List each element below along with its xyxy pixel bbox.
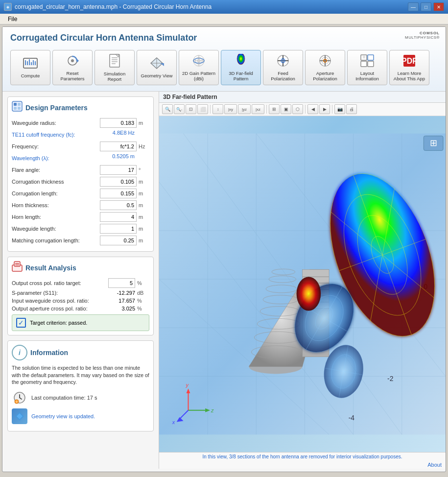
result-input-cross-pol[interactable]: [108, 278, 135, 288]
simulation-report-icon: [108, 53, 121, 70]
right-panel: 3D Far-field Pattern 🔍 🔍- ⊡ ⬜ ↕ |xy |yz …: [159, 92, 446, 469]
compute-icon: [23, 56, 38, 72]
2d-gain-pattern-button[interactable]: 2D Gain Pattern (dBi): [179, 50, 219, 85]
toolbar-separator-4: [332, 105, 332, 114]
svg-point-9: [71, 59, 74, 62]
xy-view-button[interactable]: |xy: [224, 104, 237, 114]
result-label-output-cross-pol: Output aperture cross pol. ratio:: [12, 306, 105, 311]
xz-view-button[interactable]: |xz: [252, 104, 264, 114]
param-input-frequency[interactable]: [100, 142, 137, 151]
result-label-s11: S-parameter (S11):: [12, 290, 105, 296]
main-window: Corrugated Circular Horn Antenna Simulat…: [2, 26, 446, 472]
file-menu[interactable]: File: [4, 15, 21, 24]
result-unit-output-cross-pol: %: [137, 306, 149, 311]
param-value-wavelength: 0.5205 m: [100, 153, 137, 163]
result-analysis-header: Result Analysis: [12, 261, 149, 274]
design-parameters-section: Design Parameters Waveguide radius: m TE…: [7, 96, 154, 252]
param-label-waveguide-length: Waveguide length:: [12, 226, 100, 232]
svg-text:x: x: [172, 419, 175, 425]
prev-frame-button[interactable]: ◀: [307, 104, 318, 114]
reset-icon: [65, 54, 80, 70]
simulation-report-button[interactable]: Simulation Report: [94, 50, 135, 85]
content-area: Design Parameters Waveguide radius: m TE…: [2, 92, 446, 469]
camera-button[interactable]: 📷: [334, 104, 345, 114]
mesh-button[interactable]: ⬡: [292, 104, 303, 114]
param-row-corrugation-length: Corrugation length: m: [12, 189, 149, 198]
param-label-frequency: Frequency:: [12, 143, 100, 149]
window-title: corrugated_circular_horn_antenna.mph - C…: [15, 3, 212, 10]
3d-farfield-icon: [234, 54, 248, 70]
svg-point-116: [297, 277, 321, 310]
svg-rect-41: [361, 61, 367, 67]
layout-information-button[interactable]: Layout Information: [347, 50, 387, 85]
svg-text:?: ?: [16, 401, 18, 404]
zoom-fit-button[interactable]: ⊡: [186, 104, 196, 114]
information-header: i Information: [12, 345, 149, 360]
param-input-waveguide-length[interactable]: [100, 224, 137, 234]
param-unit-corrugation-length: m: [139, 191, 149, 196]
learn-more-button[interactable]: PDF Learn More About This App: [389, 50, 429, 85]
param-label-wavelength[interactable]: Wavelength (λ):: [12, 155, 100, 161]
svg-rect-50: [14, 107, 17, 110]
svg-point-33: [283, 60, 284, 61]
svg-text:z: z: [211, 407, 214, 413]
param-input-horn-length[interactable]: [100, 212, 137, 222]
print-button[interactable]: 🖨: [346, 104, 357, 114]
param-input-corrugation-thickness[interactable]: [100, 177, 137, 187]
svg-marker-8: [77, 59, 79, 63]
next-frame-button[interactable]: ▶: [319, 104, 330, 114]
param-label-corrugation-length: Corrugation length:: [12, 191, 100, 196]
param-input-waveguide-radius[interactable]: [100, 118, 137, 128]
result-unit-s11: dB: [137, 290, 149, 296]
rotate-button[interactable]: ↕: [212, 104, 223, 114]
reset-parameters-button[interactable]: Reset Parameters: [52, 50, 93, 85]
svg-rect-49: [18, 103, 21, 106]
param-row-frequency: Frequency: Hz: [12, 142, 149, 151]
aperture-polarization-button[interactable]: Aperture Polarization: [305, 50, 345, 85]
3d-farfield-label: 3D Far-field Pattern: [223, 71, 259, 82]
param-unit-corrugation-thickness: m: [139, 179, 149, 185]
about-link[interactable]: About: [427, 462, 442, 468]
geometry-view-label: Geometry View: [141, 73, 173, 78]
grid-svg: 0 -2 -4: [159, 116, 446, 452]
compute-label: Compute: [21, 73, 40, 78]
geometry-view-button[interactable]: Geometry View: [137, 50, 177, 85]
param-label-horn-thickness: Horn thickness:: [12, 202, 100, 208]
close-button[interactable]: ✕: [433, 2, 444, 11]
info-text: The solution time is expected to be less…: [12, 364, 149, 386]
param-input-matching-corrugation[interactable]: [100, 236, 137, 245]
grid-button[interactable]: ⊞: [269, 104, 280, 114]
maximize-button[interactable]: □: [421, 2, 431, 11]
zoom-in-button[interactable]: 🔍: [162, 104, 173, 114]
feed-polarization-button[interactable]: Feed Polarization: [263, 50, 303, 85]
layout-information-icon: [360, 54, 375, 70]
3d-farfield-button[interactable]: 3D Far-field Pattern: [221, 50, 261, 85]
yz-view-button[interactable]: |yz: [238, 104, 251, 114]
computation-time-row: ? Last computation time: 17 s: [12, 390, 149, 405]
param-input-horn-thickness[interactable]: [100, 200, 137, 210]
zoom-box-button[interactable]: ⬜: [197, 104, 208, 114]
view-note: In this view, 3/8 sections of the horn a…: [159, 452, 446, 461]
information-title: Information: [30, 349, 68, 357]
param-input-corrugation-length[interactable]: [100, 189, 137, 198]
geometry-view-link[interactable]: Geometry view is updated.: [31, 413, 95, 419]
compute-button[interactable]: Compute: [10, 50, 50, 85]
aperture-polarization-label: Aperture Polarization: [307, 71, 343, 82]
surface-button[interactable]: ▣: [281, 104, 291, 114]
view-title: 3D Far-field Pattern: [159, 92, 446, 103]
param-label-te11[interactable]: TE11 cutoff frequency (fc):: [12, 132, 100, 138]
minimize-button[interactable]: —: [408, 2, 419, 11]
layout-information-label: Layout Information: [350, 71, 385, 82]
result-row-s11: S-parameter (S11): -12.297 dB: [12, 290, 149, 296]
learn-more-label: Learn More About This App: [392, 71, 427, 82]
result-analysis-icon: [12, 261, 23, 274]
param-unit-horn-thickness: m: [139, 202, 149, 208]
result-unit-input-cross-pol: %: [137, 298, 149, 304]
result-analysis-title: Result Analysis: [25, 264, 76, 272]
zoom-out-button[interactable]: 🔍-: [174, 104, 185, 114]
svg-rect-53: [14, 262, 20, 266]
title-bar: ◈ corrugated_circular_horn_antenna.mph -…: [0, 0, 448, 14]
param-row-waveguide-length: Waveguide length: m: [12, 224, 149, 234]
param-input-flare-angle[interactable]: [100, 165, 137, 175]
geometry-icon: [12, 408, 27, 424]
